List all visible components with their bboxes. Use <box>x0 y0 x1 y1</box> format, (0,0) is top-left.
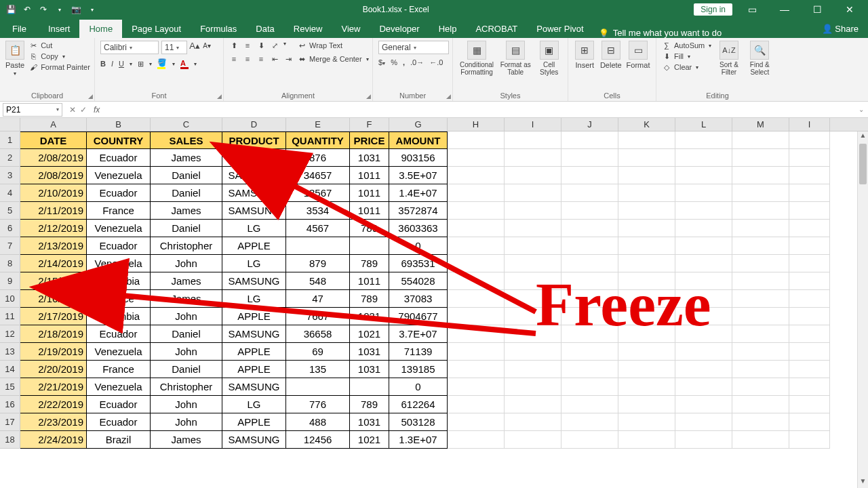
cell[interactable]: 1011 <box>350 202 389 220</box>
cell[interactable] <box>789 361 830 378</box>
cell[interactable]: 69 <box>286 343 350 361</box>
cell[interactable]: 1011 <box>350 184 389 202</box>
cell[interactable]: John <box>151 343 222 361</box>
cell[interactable]: 2/21/2019 <box>20 378 87 396</box>
cell[interactable] <box>789 202 830 220</box>
sign-in-button[interactable]: Sign in <box>694 3 732 16</box>
format-as-table-button[interactable]: ▤Format as Table <box>499 41 532 76</box>
cell[interactable] <box>675 220 732 237</box>
cell[interactable] <box>618 202 675 220</box>
cell[interactable] <box>732 378 789 396</box>
cell[interactable] <box>505 149 561 167</box>
header-cell[interactable]: AMOUNT <box>389 131 448 149</box>
cell[interactable]: James <box>151 290 222 308</box>
tab-developer[interactable]: Developer <box>370 20 429 38</box>
tab-formulas[interactable]: Formulas <box>191 20 246 38</box>
ribbon-options-icon[interactable]: ▭ <box>739 4 765 15</box>
cell[interactable]: 1021 <box>350 431 389 449</box>
font-size-combo[interactable]: 11▾ <box>161 41 187 54</box>
cell[interactable] <box>789 149 830 167</box>
cell[interactable] <box>675 361 732 378</box>
cell[interactable]: 12456 <box>286 431 350 449</box>
cell[interactable] <box>448 184 505 202</box>
cell[interactable] <box>618 343 675 361</box>
cell[interactable]: Brazil <box>87 431 151 449</box>
cell[interactable]: 1031 <box>350 413 389 431</box>
cell[interactable] <box>789 131 830 149</box>
column-header[interactable]: B <box>87 118 151 131</box>
cell[interactable] <box>732 396 789 413</box>
scroll-thumb[interactable] <box>859 144 867 184</box>
header-cell[interactable]: QUANTITY <box>286 131 350 149</box>
cell[interactable]: 2/12/2019 <box>20 220 87 237</box>
shrink-font-icon[interactable]: A▾ <box>202 41 212 50</box>
cell[interactable]: 879 <box>286 255 350 272</box>
cell[interactable]: 2/13/2019 <box>20 237 87 255</box>
cell[interactable]: Ecuador <box>87 237 151 255</box>
cell[interactable] <box>789 167 830 184</box>
sort-filter-button[interactable]: A↓ZSort & Filter <box>715 41 742 76</box>
cell[interactable]: 1.4E+07 <box>389 184 448 202</box>
row-header[interactable]: 9 <box>0 272 20 290</box>
column-header[interactable]: I <box>505 118 561 131</box>
cell[interactable] <box>789 255 830 272</box>
cell[interactable]: 0 <box>389 237 448 255</box>
cell[interactable]: APPLE <box>222 149 286 167</box>
cell[interactable] <box>618 378 675 396</box>
cell-styles-button[interactable]: ▣Cell Styles <box>536 41 562 76</box>
cell[interactable]: 789 <box>350 220 389 237</box>
row-header[interactable]: 4 <box>0 184 20 202</box>
cell[interactable] <box>448 308 505 325</box>
cell[interactable]: 36658 <box>286 325 350 343</box>
cell[interactable] <box>505 167 561 184</box>
delete-cells-button[interactable]: ⊟Delete <box>600 41 623 69</box>
cell[interactable] <box>448 237 505 255</box>
italic-button[interactable]: I <box>111 60 113 68</box>
cut-button[interactable]: ✂Cut <box>28 41 90 50</box>
cell[interactable] <box>618 237 675 255</box>
cell[interactable] <box>789 431 830 449</box>
cell[interactable]: LG <box>222 255 286 272</box>
tab-review[interactable]: Review <box>284 20 332 38</box>
cell[interactable]: 3.7E+07 <box>389 325 448 343</box>
dialog-launcher-icon[interactable]: ◢ <box>88 93 93 100</box>
cell[interactable] <box>675 237 732 255</box>
cell[interactable]: Venezuela <box>87 378 151 396</box>
cell[interactable]: 7904677 <box>389 308 448 325</box>
cell[interactable]: Daniel <box>151 220 222 237</box>
cell[interactable]: 2/10/2019 <box>20 184 87 202</box>
row-header[interactable]: 18 <box>0 431 20 449</box>
column-header[interactable]: L <box>675 118 732 131</box>
cell[interactable]: Ecuador <box>87 184 151 202</box>
cell[interactable]: APPLE <box>222 413 286 431</box>
cell[interactable]: 3572874 <box>389 202 448 220</box>
share-button[interactable]: 👤 Share <box>812 20 868 38</box>
cell[interactable] <box>561 237 618 255</box>
wrap-text-button[interactable]: ↩Wrap Text <box>297 41 369 50</box>
cell[interactable]: James <box>151 272 222 290</box>
cell[interactable] <box>561 167 618 184</box>
copy-button[interactable]: ⎘Copy▾ <box>28 52 90 61</box>
cell[interactable]: 1031 <box>350 343 389 361</box>
cell[interactable] <box>732 255 789 272</box>
cell[interactable] <box>732 343 789 361</box>
cell[interactable]: 37083 <box>389 290 448 308</box>
qat-more-icon[interactable]: ▾ <box>87 4 98 15</box>
cell[interactable] <box>618 149 675 167</box>
header-cell[interactable]: SALES <box>151 131 222 149</box>
select-all-button[interactable] <box>0 118 20 131</box>
cell[interactable]: Daniel <box>151 361 222 378</box>
cell[interactable]: 3603363 <box>389 220 448 237</box>
row-header[interactable]: 2 <box>0 149 20 167</box>
format-painter-button[interactable]: 🖌Format Painter <box>28 62 90 72</box>
cell[interactable]: 554028 <box>389 272 448 290</box>
header-cell[interactable]: DATE <box>20 131 87 149</box>
cell[interactable]: Ecuador <box>87 396 151 413</box>
cell[interactable] <box>789 325 830 343</box>
dialog-launcher-icon[interactable]: ◢ <box>217 93 222 100</box>
cell[interactable]: LG <box>222 290 286 308</box>
cell[interactable]: 2/16/2019 <box>20 290 87 308</box>
cell[interactable] <box>732 325 789 343</box>
column-header[interactable]: C <box>151 118 222 131</box>
row-header[interactable]: 1 <box>0 131 20 149</box>
